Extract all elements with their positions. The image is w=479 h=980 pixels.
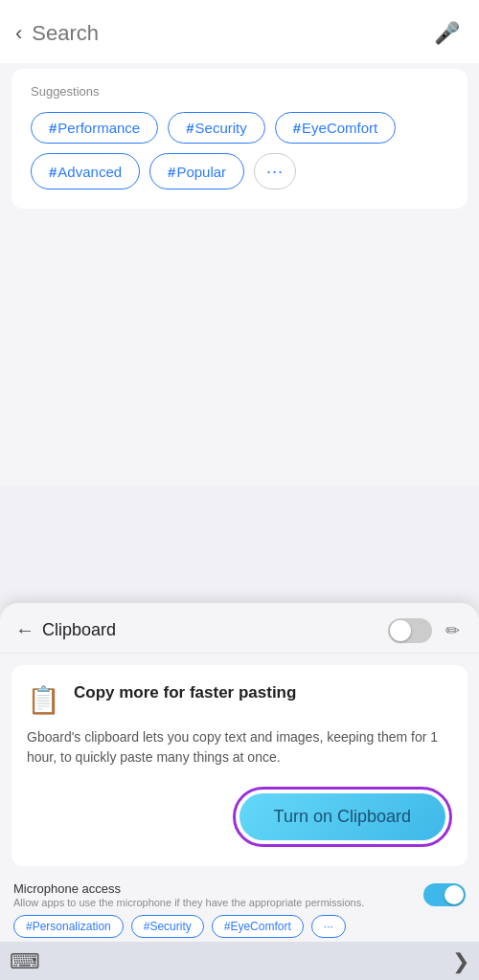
tags-row: # Performance # Security # EyeComfort # … [31, 112, 448, 189]
search-input[interactable] [32, 21, 424, 46]
peeking-tag-personalization[interactable]: #Personalization [13, 915, 124, 938]
clipboard-feature-row: 📋 Copy more for faster pasting [27, 682, 452, 716]
peeking-tag-security[interactable]: #Security [131, 915, 204, 938]
search-back-button[interactable]: ‹ [10, 17, 32, 50]
mic-setting-desc: Allow apps to use the microphone if they… [13, 896, 414, 909]
suggestions-section: Suggestions # Performance # Security # E… [11, 69, 468, 209]
tag-performance[interactable]: # Performance [31, 112, 158, 144]
tag-advanced[interactable]: # Advanced [31, 153, 140, 189]
turn-on-clipboard-button[interactable]: Turn on Clipboard [240, 793, 445, 840]
mic-icon[interactable]: 🎤 [434, 21, 460, 46]
clipboard-toggle[interactable] [388, 618, 432, 643]
keyboard-icon[interactable]: ⌨ [10, 949, 40, 974]
turn-on-wrapper: Turn on Clipboard [27, 787, 452, 847]
mic-toggle[interactable] [423, 883, 466, 906]
mic-setting-text: Microphone access Allow apps to use the … [13, 881, 414, 909]
clipboard-panel: ← Clipboard ✏ 📋 Copy more for faster pas… [0, 603, 479, 980]
clipboard-body: 📋 Copy more for faster pasting Gboard's … [11, 665, 468, 866]
peeking-tag-eyecomfort[interactable]: #EyeComfort [212, 915, 304, 938]
peeking-tag-more[interactable]: ··· [311, 915, 346, 938]
edit-icon[interactable]: ✏ [445, 620, 460, 641]
keyboard-footer: ⌨ ❯ [0, 942, 479, 980]
clipboard-back-button[interactable]: ← [15, 619, 34, 641]
clipboard-description: Gboard's clipboard lets you copy text an… [27, 727, 452, 768]
microphone-setting: Microphone access Allow apps to use the … [0, 874, 479, 909]
chevron-down-icon[interactable]: ❯ [452, 949, 469, 974]
mic-setting-title: Microphone access [13, 881, 414, 896]
empty-area [0, 209, 479, 477]
clipboard-feature-title: Copy more for faster pasting [74, 682, 296, 703]
peeking-tags-row: #Personalization #Security #EyeComfort ·… [0, 909, 479, 942]
clipboard-header: ← Clipboard ✏ [0, 603, 479, 654]
suggestions-label: Suggestions [31, 84, 448, 99]
search-bar: ‹ 🎤 [0, 0, 479, 63]
clipboard-feature-icon: 📋 [27, 684, 60, 716]
turn-on-btn-outer: Turn on Clipboard [233, 787, 452, 847]
tag-eyecomfort[interactable]: # EyeComfort [275, 112, 397, 144]
tag-popular[interactable]: # Popular [149, 153, 244, 189]
more-tags-button[interactable]: ··· [254, 153, 296, 189]
clipboard-title: Clipboard [42, 620, 388, 640]
tag-security[interactable]: # Security [168, 112, 265, 144]
search-section: ‹ 🎤 Suggestions # Performance # Security… [0, 0, 479, 486]
